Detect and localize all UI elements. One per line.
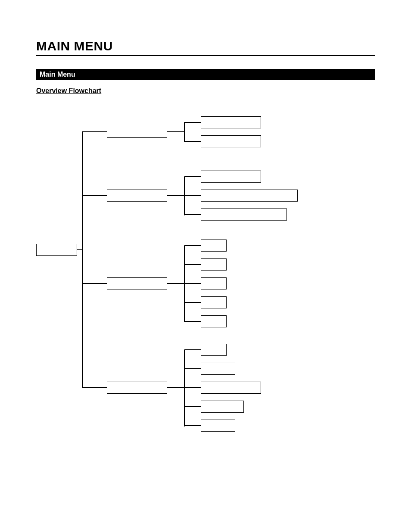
- section-bar: Main Menu: [36, 69, 375, 80]
- flowchart-branch-node: [107, 277, 167, 289]
- connector: [167, 131, 184, 132]
- connector: [184, 141, 201, 142]
- connector: [184, 214, 201, 215]
- connector: [103, 387, 107, 388]
- connector: [184, 122, 185, 142]
- flowchart-branch-node: [107, 190, 167, 202]
- flowchart-leaf-node: [201, 344, 227, 356]
- connector: [82, 387, 103, 388]
- flowchart-leaf-node: [201, 190, 298, 202]
- connector: [184, 264, 201, 265]
- flowchart-leaf-node: [201, 135, 261, 147]
- connector: [82, 195, 103, 196]
- connector: [184, 177, 185, 215]
- connector: [184, 245, 201, 246]
- flowchart-leaf-node: [201, 171, 261, 183]
- connector: [184, 368, 201, 369]
- flowchart-leaf-node: [201, 296, 227, 308]
- connector: [103, 131, 107, 132]
- flowchart-leaf-node: [201, 363, 235, 375]
- flowchart-leaf-node: [201, 258, 227, 271]
- flowchart-leaf-node: [201, 208, 287, 221]
- connector: [167, 387, 184, 388]
- flowchart-leaf-node: [201, 382, 261, 394]
- connector: [103, 195, 107, 196]
- flowchart-leaf-node: [201, 116, 261, 128]
- title-rule: [36, 55, 375, 56]
- flowchart-leaf-node: [201, 401, 244, 413]
- connector: [184, 195, 201, 196]
- connector: [184, 349, 201, 350]
- connector: [82, 283, 103, 284]
- connector: [184, 387, 201, 388]
- connector: [167, 283, 184, 284]
- flowchart-leaf-node: [201, 420, 235, 432]
- connector: [184, 122, 201, 123]
- connector: [184, 283, 201, 284]
- connector: [103, 283, 107, 284]
- flowchart-leaf-node: [201, 315, 227, 327]
- connector: [167, 195, 184, 196]
- connector: [184, 425, 201, 426]
- connector: [184, 176, 201, 177]
- connector: [184, 321, 201, 322]
- connector: [184, 302, 201, 303]
- flowchart-leaf-node: [201, 277, 227, 289]
- flowchart-leaf-node: [201, 240, 227, 252]
- flowchart-branch-node: [107, 382, 167, 394]
- page-title: MAIN MENU: [36, 39, 375, 53]
- connector: [184, 406, 201, 407]
- connector: [82, 132, 83, 388]
- connector: [82, 131, 103, 132]
- connector: [184, 246, 185, 322]
- flowchart-branch-node: [107, 126, 167, 138]
- document-page: MAIN MENU Main Menu Overview Flowchart: [0, 0, 411, 532]
- flowchart-root-node: [36, 244, 77, 256]
- flowchart: [36, 86, 375, 474]
- connector: [184, 350, 185, 426]
